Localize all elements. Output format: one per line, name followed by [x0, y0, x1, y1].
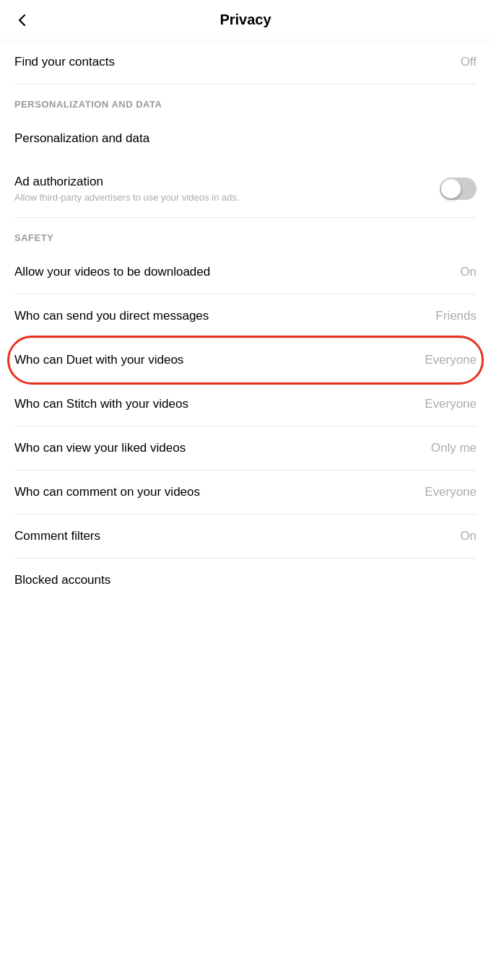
- comment-filters-row[interactable]: Comment filters On: [0, 515, 491, 558]
- stitch-label: Who can Stitch with your videos: [14, 397, 417, 411]
- allow-downloads-row[interactable]: Allow your videos to be downloaded On: [0, 250, 491, 294]
- personalization-section-header: PERSONALIZATION AND DATA: [0, 84, 491, 117]
- duet-value: Everyone: [425, 353, 477, 367]
- find-contacts-row[interactable]: Find your contacts Off: [0, 40, 491, 84]
- direct-messages-label: Who can send you direct messages: [14, 309, 428, 323]
- duet-label: Who can Duet with your videos: [14, 353, 417, 367]
- comment-filters-label: Comment filters: [14, 529, 453, 543]
- ad-authorization-row[interactable]: Ad authorization Allow third-party adver…: [0, 160, 491, 217]
- comment-filters-value: On: [460, 529, 477, 543]
- comment-value: Everyone: [425, 485, 477, 499]
- comment-row[interactable]: Who can comment on your videos Everyone: [0, 471, 491, 514]
- personalization-label: Personalization and data: [14, 131, 477, 146]
- comment-label: Who can comment on your videos: [14, 485, 417, 499]
- header: Privacy: [0, 0, 491, 40]
- stitch-row[interactable]: Who can Stitch with your videos Everyone: [0, 382, 491, 426]
- liked-videos-row[interactable]: Who can view your liked videos Only me: [0, 426, 491, 470]
- ad-authorization-label: Ad authorization: [14, 175, 440, 189]
- stitch-value: Everyone: [425, 397, 477, 411]
- blocked-accounts-row[interactable]: Blocked accounts: [0, 559, 491, 602]
- ad-authorization-sublabel: Allow third-party advertisers to use you…: [14, 192, 440, 203]
- liked-videos-label: Who can view your liked videos: [14, 441, 424, 455]
- duet-row[interactable]: Who can Duet with your videos Everyone: [0, 338, 491, 382]
- personalization-row[interactable]: Personalization and data: [0, 117, 491, 160]
- blocked-accounts-label: Blocked accounts: [14, 573, 477, 587]
- page-title: Privacy: [220, 12, 271, 28]
- toggle-knob: [441, 179, 461, 198]
- liked-videos-value: Only me: [431, 441, 477, 455]
- direct-messages-row[interactable]: Who can send you direct messages Friends: [0, 294, 491, 338]
- ad-authorization-toggle[interactable]: [440, 178, 477, 200]
- direct-messages-value: Friends: [435, 309, 477, 323]
- ad-authorization-content: Ad authorization Allow third-party adver…: [14, 175, 440, 203]
- safety-section-header: SAFETY: [0, 218, 491, 250]
- allow-downloads-label: Allow your videos to be downloaded: [14, 265, 453, 279]
- allow-downloads-value: On: [460, 265, 477, 279]
- back-button[interactable]: [14, 12, 30, 28]
- find-contacts-value: Off: [461, 55, 477, 69]
- find-contacts-label: Find your contacts: [14, 55, 453, 69]
